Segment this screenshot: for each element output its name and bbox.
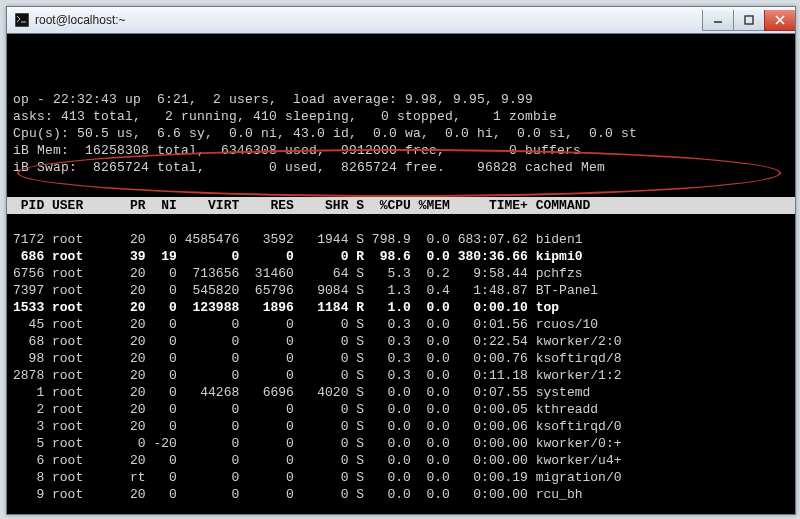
process-row: 2878 root 20 0 0 0 0 S 0.3 0.0 0:11.18 k… [13, 367, 789, 384]
process-row: 7397 root 20 0 545820 65796 9084 S 1.3 0… [13, 282, 789, 299]
maximize-button[interactable] [733, 10, 764, 31]
terminal-window: root@localhost:~ op - 22:32:43 up 6:21, … [6, 6, 796, 515]
process-row: 9 root 20 0 0 0 0 S 0.0 0.0 0:00.00 rcu_… [13, 486, 789, 503]
window-controls [702, 10, 795, 30]
process-row: 3 root 20 0 0 0 0 S 0.0 0.0 0:00.06 ksof… [13, 418, 789, 435]
titlebar-left: root@localhost:~ [15, 13, 126, 27]
process-table: 7172 root 20 0 4585476 3592 1944 S 798.9… [7, 231, 795, 503]
svg-rect-1 [745, 16, 753, 24]
process-row: 5 root 0 -20 0 0 0 S 0.0 0.0 0:00.00 kwo… [13, 435, 789, 452]
terminal-icon [15, 13, 29, 27]
terminal-body[interactable]: op - 22:32:43 up 6:21, 2 users, load ave… [7, 34, 795, 514]
process-row: 2 root 20 0 0 0 0 S 0.0 0.0 0:00.05 kthr… [13, 401, 789, 418]
process-row: 45 root 20 0 0 0 0 S 0.3 0.0 0:01.56 rcu… [13, 316, 789, 333]
process-row: 68 root 20 0 0 0 0 S 0.3 0.0 0:22.54 kwo… [13, 333, 789, 350]
process-row: 6756 root 20 0 713656 31460 64 S 5.3 0.2… [13, 265, 789, 282]
process-row: 8 root rt 0 0 0 0 S 0.0 0.0 0:00.19 migr… [13, 469, 789, 486]
summary-line: iB Mem: 16258308 total, 6346308 used, 99… [13, 143, 581, 158]
summary-line: iB Swap: 8265724 total, 0 used, 8265724 … [13, 160, 605, 175]
process-row: 1533 root 20 0 123988 1896 1184 R 1.0 0.… [13, 299, 789, 316]
close-button[interactable] [764, 10, 795, 31]
process-row: 1 root 20 0 44268 6696 4020 S 0.0 0.0 0:… [13, 384, 789, 401]
process-row: 7172 root 20 0 4585476 3592 1944 S 798.9… [13, 231, 789, 248]
summary-line: asks: 413 total, 2 running, 410 sleeping… [13, 109, 557, 124]
process-row: 6 root 20 0 0 0 0 S 0.0 0.0 0:00.00 kwor… [13, 452, 789, 469]
summary-line: op - 22:32:43 up 6:21, 2 users, load ave… [13, 92, 533, 107]
summary-line: Cpu(s): 50.5 us, 6.6 sy, 0.0 ni, 43.0 id… [13, 126, 637, 141]
window-title: root@localhost:~ [35, 13, 126, 27]
svg-rect-0 [15, 13, 29, 27]
process-row: 98 root 20 0 0 0 0 S 0.3 0.0 0:00.76 kso… [13, 350, 789, 367]
minimize-button[interactable] [702, 10, 733, 31]
top-summary: op - 22:32:43 up 6:21, 2 users, load ave… [7, 74, 795, 180]
process-row: 686 root 39 19 0 0 0 R 98.6 0.0 380:36.6… [13, 248, 789, 265]
titlebar: root@localhost:~ [7, 7, 795, 34]
table-header: PID USER PR NI VIRT RES SHR S %CPU %MEM … [7, 197, 795, 214]
